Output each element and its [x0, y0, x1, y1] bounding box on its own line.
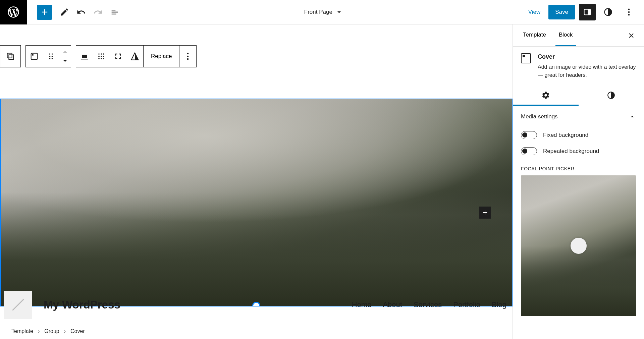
- repeated-background-toggle[interactable]: [521, 147, 537, 155]
- block-options-button[interactable]: [179, 46, 196, 67]
- save-button[interactable]: Save: [548, 5, 575, 19]
- svg-point-25: [101, 58, 102, 59]
- nav-item[interactable]: Portfolio: [453, 300, 480, 309]
- cover-block-icon: [521, 53, 531, 63]
- settings-sidebar: Template Block Cover Add an image or vid…: [513, 24, 644, 339]
- svg-point-20: [103, 53, 104, 55]
- svg-point-5: [628, 14, 630, 16]
- focal-point-handle[interactable]: [571, 238, 587, 254]
- add-block-button[interactable]: [37, 5, 52, 20]
- svg-rect-6: [7, 53, 12, 58]
- svg-point-12: [49, 56, 51, 57]
- svg-point-24: [98, 58, 100, 59]
- svg-point-13: [52, 56, 53, 57]
- fixed-background-toggle[interactable]: [521, 131, 537, 139]
- svg-point-27: [187, 53, 189, 55]
- gear-icon: [541, 91, 550, 100]
- sidebar-toggle-button[interactable]: [579, 4, 596, 20]
- tools-button[interactable]: [56, 4, 73, 20]
- document-title-area[interactable]: Front Page: [123, 8, 524, 16]
- duotone-button[interactable]: [126, 46, 143, 67]
- styles-button[interactable]: [600, 4, 616, 20]
- align-button[interactable]: [76, 46, 93, 67]
- undo-button[interactable]: [73, 4, 90, 20]
- content-position-button[interactable]: [93, 46, 110, 67]
- move-down-button[interactable]: [60, 57, 70, 64]
- svg-point-4: [628, 11, 630, 13]
- breadcrumb-item[interactable]: Template: [11, 328, 33, 334]
- view-button[interactable]: View: [524, 6, 545, 18]
- document-overview-button[interactable]: [106, 4, 123, 20]
- site-header: My WordPress Home About Services Portfol…: [4, 291, 508, 319]
- nav-item[interactable]: Blog: [492, 300, 506, 309]
- svg-point-18: [98, 53, 100, 55]
- svg-point-14: [49, 58, 51, 59]
- chevron-up-icon: [629, 113, 636, 120]
- cover-block[interactable]: [0, 99, 513, 306]
- nav-item[interactable]: About: [383, 300, 402, 309]
- block-title: Cover: [538, 53, 636, 60]
- svg-point-26: [103, 58, 104, 59]
- svg-point-28: [187, 56, 189, 57]
- nav-item[interactable]: Home: [352, 300, 372, 309]
- top-toolbar: Front Page View Save: [0, 0, 644, 24]
- site-title[interactable]: My WordPress: [44, 298, 120, 311]
- svg-point-29: [187, 58, 189, 60]
- media-settings-panel-header[interactable]: Media settings: [513, 106, 644, 127]
- select-parent-button[interactable]: [0, 46, 20, 67]
- site-logo-placeholder[interactable]: [4, 291, 32, 319]
- nav-item[interactable]: Services: [414, 300, 442, 309]
- move-up-button[interactable]: [60, 49, 70, 55]
- chevron-right-icon: ›: [64, 328, 66, 334]
- contrast-icon: [607, 91, 615, 100]
- svg-point-11: [52, 53, 53, 55]
- svg-point-15: [52, 58, 53, 59]
- tab-block[interactable]: Block: [555, 24, 576, 46]
- top-right-tools: View Save: [524, 4, 644, 20]
- tab-template[interactable]: Template: [520, 24, 549, 46]
- toggle-label: Fixed background: [543, 132, 588, 138]
- svg-rect-7: [9, 55, 13, 59]
- site-navigation: Home About Services Portfolio Blog: [352, 300, 508, 309]
- editor-canvas: Replace My WordPress Home About Services…: [0, 24, 513, 339]
- drag-handle[interactable]: [43, 46, 59, 67]
- focal-point-label: Focal Point Picker: [513, 159, 644, 175]
- breadcrumb-item[interactable]: Cover: [70, 328, 85, 334]
- toggle-label: Repeated background: [543, 148, 599, 155]
- styles-tab[interactable]: [579, 86, 644, 106]
- panel-title: Media settings: [521, 113, 558, 120]
- svg-point-21: [98, 56, 100, 57]
- focal-point-picker[interactable]: [521, 175, 636, 316]
- svg-rect-9: [32, 54, 34, 56]
- document-title: Front Page: [304, 9, 332, 15]
- svg-rect-1: [588, 9, 590, 15]
- fullheight-button[interactable]: [110, 46, 126, 67]
- svg-point-23: [103, 56, 104, 57]
- svg-rect-17: [81, 59, 88, 59]
- close-sidebar-button[interactable]: [625, 30, 637, 42]
- breadcrumb-item[interactable]: Group: [44, 328, 59, 334]
- svg-line-30: [12, 299, 23, 310]
- block-type-button[interactable]: [26, 46, 43, 67]
- block-breadcrumbs: Template › Group › Cover: [0, 323, 513, 339]
- options-button[interactable]: [621, 4, 637, 20]
- wordpress-logo[interactable]: [0, 0, 27, 24]
- svg-point-10: [49, 53, 51, 55]
- wordpress-icon: [7, 5, 20, 19]
- svg-rect-16: [82, 55, 87, 58]
- block-toolbar: Replace: [0, 45, 197, 67]
- chevron-down-icon: [335, 8, 343, 16]
- redo-button[interactable]: [90, 4, 106, 20]
- block-description: Add an image or video with a text overla…: [538, 63, 636, 79]
- svg-point-3: [628, 9, 630, 10]
- cover-background: [1, 99, 512, 306]
- add-block-inside-button[interactable]: [479, 207, 491, 219]
- replace-media-button[interactable]: Replace: [143, 46, 179, 67]
- chevron-right-icon: ›: [38, 328, 40, 334]
- top-left-tools: [27, 4, 123, 20]
- svg-point-22: [101, 56, 102, 57]
- settings-tab[interactable]: [513, 86, 579, 106]
- svg-point-19: [101, 53, 102, 55]
